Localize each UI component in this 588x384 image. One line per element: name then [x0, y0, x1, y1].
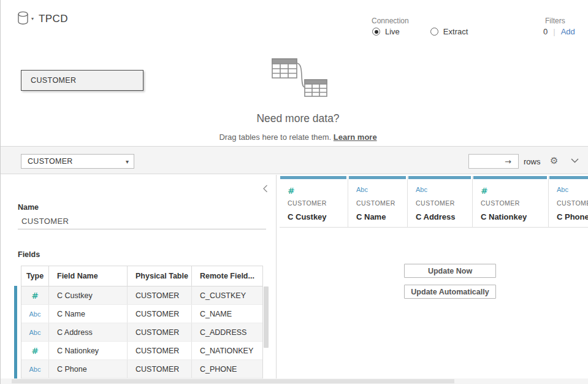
field-name-cell: C Nationkey [49, 342, 128, 359]
grid-column-header[interactable]: Abc CUSTOMER C Phone [549, 176, 588, 228]
column-table-label: CUSTOMER [557, 199, 588, 207]
grid-column-header[interactable]: # CUSTOMER C Custkey [280, 176, 348, 228]
field-type-icon: Abc [29, 329, 41, 336]
rows-input[interactable] [469, 155, 503, 167]
filters-label: Filters [545, 17, 565, 25]
field-type-cell: # [21, 286, 49, 304]
column-field-label: C Custkey [288, 212, 327, 221]
field-type-icon: Abc [29, 366, 41, 373]
fields-table-body: # C Custkey CUSTOMER C_CUSTKEY Abc C Nam… [21, 286, 262, 378]
field-type-cell: # [21, 342, 49, 359]
radio-live-label[interactable]: Live [385, 27, 400, 36]
learn-more-link[interactable]: Learn more [334, 132, 377, 142]
column-type-icon: Abc [356, 186, 368, 193]
grid-column-header[interactable]: Abc CUSTOMER C Address [408, 176, 473, 228]
col-header-remote-field[interactable]: Remote Field... [192, 266, 262, 286]
filters-count: 0 [543, 27, 548, 36]
data-preview-grid: # CUSTOMER C Custkey Abc CUSTOMER C Name… [277, 175, 588, 384]
grid-column-header[interactable]: # CUSTOMER C Nationkey [473, 176, 549, 228]
name-input[interactable] [18, 213, 266, 229]
customer-table-pill[interactable]: CUSTOMER [21, 70, 143, 91]
remote-field-cell: C_CUSTKEY [192, 286, 262, 304]
physical-table-cell: CUSTOMER [128, 305, 192, 323]
table-row[interactable]: # C Nationkey CUSTOMER C_NATIONKEY [21, 342, 262, 360]
horizontal-scrollbar-thumb[interactable] [12, 379, 454, 383]
field-name-cell: C Name [49, 305, 128, 323]
empty-state-subtitle-text: Drag tables here to relate them. [219, 132, 333, 142]
remote-field-cell: C_NATIONKEY [192, 342, 262, 359]
database-icon [17, 11, 29, 25]
remote-field-cell: C_NAME [192, 305, 262, 323]
column-table-label: CUSTOMER [288, 199, 327, 207]
remote-field-cell: C_ADDRESS [192, 323, 262, 341]
col-header-type[interactable]: Type [21, 266, 49, 286]
update-automatically-button[interactable]: Update Automatically [404, 285, 496, 299]
col-header-field-name[interactable]: Field Name [49, 266, 128, 286]
fields-scrollbar-thumb[interactable] [264, 286, 269, 348]
column-table-label: CUSTOMER [416, 199, 455, 207]
column-accent-bar [408, 176, 471, 179]
field-type-cell: Abc [21, 305, 49, 323]
filters-divider: | [553, 27, 555, 36]
column-accent-bar [549, 176, 588, 179]
fields-label: Fields [18, 250, 40, 259]
empty-state-subtitle: Drag tables here to relate them. Learn m… [148, 132, 448, 142]
fields-table-header: Type Field Name Physical Table Remote Fi… [21, 266, 262, 286]
column-type-icon: # [288, 186, 295, 196]
header: ▾ TPCD Connection Live Extract Filters 0… [1, 0, 588, 49]
fields-table: Type Field Name Physical Table Remote Fi… [21, 266, 263, 384]
column-accent-bar [473, 176, 547, 179]
table-row[interactable]: # C Custkey CUSTOMER C_CUSTKEY [21, 286, 262, 305]
field-name-cell: C Address [49, 323, 128, 341]
table-row[interactable]: Abc C Name CUSTOMER C_NAME [21, 305, 262, 323]
field-type-cell: Abc [21, 323, 49, 341]
datasource-page: ▾ TPCD Connection Live Extract Filters 0… [0, 0, 588, 384]
tables-illustration-icon [270, 55, 332, 99]
filters-row: 0 | Add [543, 27, 575, 36]
radio-extract[interactable] [430, 28, 438, 36]
column-field-label: C Phone [557, 212, 588, 221]
db-caret-icon: ▾ [31, 16, 34, 21]
rows-label: rows [524, 157, 540, 166]
chevron-down-icon[interactable] [571, 158, 579, 163]
add-filter-link[interactable]: Add [561, 27, 575, 36]
physical-table-cell: CUSTOMER [128, 342, 192, 359]
gear-icon[interactable]: ⚙ [550, 155, 558, 166]
column-type-icon: # [481, 186, 488, 196]
col-header-physical-table[interactable]: Physical Table [128, 266, 192, 286]
field-name-cell: C Phone [49, 360, 128, 378]
physical-table-cell: CUSTOMER [128, 360, 192, 378]
connection-label: Connection [372, 17, 409, 25]
field-type-icon: # [31, 346, 39, 356]
field-type-icon: Abc [29, 310, 41, 318]
column-type-icon: Abc [416, 186, 427, 193]
column-field-label: C Name [356, 212, 386, 221]
column-table-label: CUSTOMER [356, 199, 395, 207]
rows-count-field: → [468, 154, 519, 169]
connection-options: Live Extract [372, 27, 468, 36]
column-accent-bar [349, 176, 406, 179]
empty-state-title: Need more data? [148, 112, 448, 125]
table-select-value: CUSTOMER [28, 157, 126, 166]
page-title: TPCD [39, 13, 68, 25]
collapse-panel-icon[interactable] [263, 185, 268, 193]
column-field-label: C Nationkey [481, 212, 527, 221]
radio-extract-label[interactable]: Extract [443, 27, 468, 36]
update-now-button[interactable]: Update Now [404, 264, 496, 278]
table-details-panel: Name Fields Type Field Name Physical Tab… [1, 175, 277, 384]
column-table-label: CUSTOMER [481, 199, 520, 207]
selected-rows-accent [14, 286, 17, 384]
datasource-menu[interactable]: ▾ [17, 11, 34, 25]
remote-field-cell: C_PHONE [192, 360, 262, 378]
bottom-pane: Name Fields Type Field Name Physical Tab… [1, 175, 588, 384]
preview-toolbar: CUSTOMER ▾ → rows ⚙ [1, 146, 588, 174]
table-select[interactable]: CUSTOMER ▾ [21, 154, 134, 169]
grid-column-header[interactable]: Abc CUSTOMER C Name [348, 176, 408, 228]
radio-live[interactable] [372, 28, 380, 36]
column-accent-bar [280, 176, 346, 179]
go-arrow-icon[interactable]: → [505, 157, 511, 166]
table-row[interactable]: Abc C Phone CUSTOMER C_PHONE [21, 360, 262, 378]
relationship-canvas[interactable]: CUSTOMER Need more data? Drag tables her… [1, 49, 588, 146]
table-row[interactable]: Abc C Address CUSTOMER C_ADDRESS [21, 323, 262, 342]
column-field-label: C Address [416, 212, 456, 221]
